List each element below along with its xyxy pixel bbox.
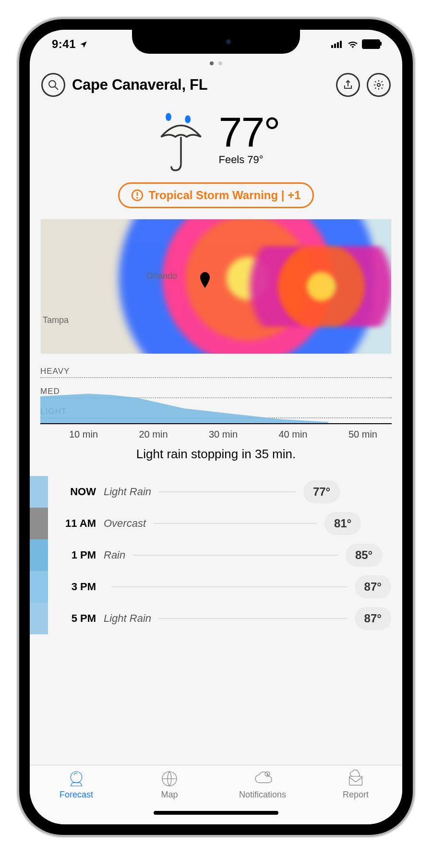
tab-forecast[interactable]: Forecast — [30, 769, 123, 800]
phone-frame: 9:41 Cape Canaveral, FL — [19, 19, 413, 835]
svg-rect-3 — [340, 41, 342, 48]
home-indicator[interactable] — [154, 811, 278, 815]
radar-map[interactable]: Orlando Tampa — [40, 219, 392, 354]
map-label-orlando: Orlando — [146, 271, 177, 281]
settings-button[interactable] — [367, 73, 391, 97]
hour-temp: 77° — [303, 480, 340, 503]
notch — [132, 30, 300, 54]
svg-rect-18 — [349, 776, 362, 785]
battery-icon — [362, 39, 380, 49]
search-button[interactable] — [41, 73, 65, 97]
search-icon — [48, 79, 59, 91]
screen: 9:41 Cape Canaveral, FL — [30, 30, 402, 824]
hour-cond: Overcast — [104, 517, 146, 530]
page-dots[interactable] — [30, 59, 402, 73]
hour-temp: 81° — [324, 512, 361, 535]
globe-icon — [160, 769, 179, 788]
location-title[interactable]: Cape Canaveral, FL — [72, 76, 329, 94]
svg-line-5 — [55, 86, 58, 90]
alert-text: Tropical Storm Warning | +1 — [148, 189, 300, 202]
hourly-intensity-bar — [30, 476, 48, 634]
location-pin-icon — [199, 272, 211, 288]
hour-cond: Light Rain — [104, 486, 151, 498]
hour-row[interactable]: 3 PM87° — [48, 571, 392, 603]
hour-cond: Rain — [104, 549, 125, 561]
header: Cape Canaveral, FL — [30, 73, 402, 106]
umbrella-rain-icon — [152, 111, 210, 174]
precip-area — [40, 383, 328, 423]
current-conditions: 77° Feels 79° — [30, 111, 402, 174]
svg-point-4 — [49, 81, 56, 87]
level-heavy: HEAVY — [40, 367, 392, 378]
svg-rect-0 — [331, 45, 333, 48]
wifi-icon — [348, 40, 358, 48]
hour-time: 5 PM — [48, 612, 96, 625]
current-temp: 77° — [218, 111, 279, 154]
hour-time: 1 PM — [48, 549, 96, 561]
hour-temp: 85° — [346, 544, 382, 567]
crystal-ball-icon — [67, 769, 86, 788]
hour-time: 11 AM — [48, 517, 96, 530]
precip-summary: Light rain stopping in 35 min. — [40, 447, 392, 462]
precip-ticks: 10 min 20 min 30 min 40 min 50 min — [40, 424, 392, 440]
hour-time: 3 PM — [48, 581, 96, 593]
share-icon — [342, 79, 354, 91]
precip-chart: HEAVY MED LIGHT 10 min 20 min 30 min 40 … — [40, 367, 392, 462]
svg-rect-2 — [337, 42, 339, 48]
hour-time: NOW — [48, 486, 96, 498]
cloud-alert-icon — [253, 769, 272, 788]
hour-row[interactable]: 11 AMOvercast81° — [48, 508, 392, 539]
envelope-cloud-icon — [346, 769, 365, 788]
share-button[interactable] — [336, 73, 360, 97]
cellular-icon — [331, 40, 344, 48]
weather-alert[interactable]: Tropical Storm Warning | +1 — [118, 182, 313, 208]
gear-icon — [373, 79, 384, 91]
tab-notifications[interactable]: Notifications — [216, 769, 309, 800]
location-arrow-icon — [79, 40, 88, 49]
hour-row[interactable]: 1 PMRain85° — [48, 539, 392, 571]
hour-temp: 87° — [355, 607, 391, 630]
hourly-forecast[interactable]: NOWLight Rain77°11 AMOvercast81°1 PMRain… — [30, 476, 402, 634]
tab-map[interactable]: Map — [123, 769, 216, 800]
svg-point-6 — [377, 83, 380, 86]
hour-row[interactable]: NOWLight Rain77° — [48, 476, 392, 508]
svg-rect-1 — [334, 44, 336, 48]
map-label-tampa: Tampa — [43, 315, 69, 325]
hour-temp: 87° — [355, 575, 391, 598]
tab-bar: Forecast Map Notifications Report — [30, 765, 402, 824]
svg-point-9 — [185, 115, 191, 123]
hour-row[interactable]: 5 PMLight Rain87° — [48, 603, 392, 634]
svg-point-17 — [267, 775, 267, 775]
svg-point-8 — [166, 113, 172, 121]
svg-point-12 — [137, 197, 138, 199]
tab-report[interactable]: Report — [309, 769, 402, 800]
hour-cond: Light Rain — [104, 612, 151, 625]
status-time: 9:41 — [52, 37, 88, 51]
alert-icon — [131, 189, 144, 202]
